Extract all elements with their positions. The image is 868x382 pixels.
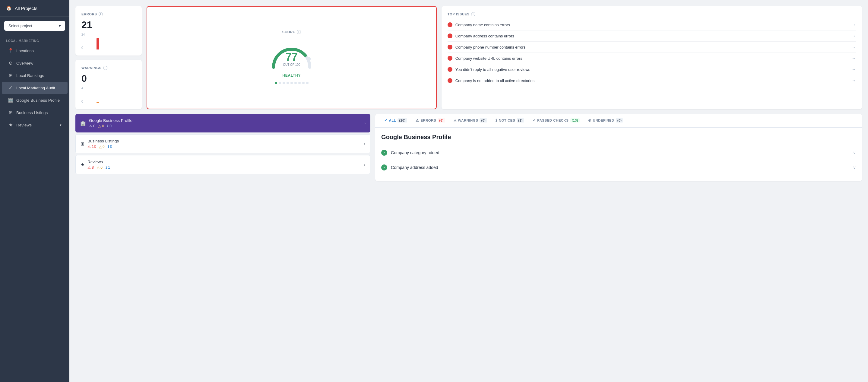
tab-count-warnings: (0) <box>479 118 487 122</box>
sidebar-item-business-listings[interactable]: ⊞ Business Listings <box>2 107 67 119</box>
score-dot-8[interactable] <box>306 82 309 84</box>
warnings-count: 0 <box>82 73 136 84</box>
audit-errors-badge: ⚠ 13 <box>88 145 96 149</box>
issue-arrow-icon: → <box>852 78 856 83</box>
sidebar-item-overview[interactable]: ⊙ Overview <box>2 57 67 69</box>
issue-text: Company website URL contains errors <box>456 56 522 61</box>
bottom-row: 🏢 Google Business Profile ⚠ 0 △ 0 ℹ 0 › … <box>75 114 862 181</box>
warnings-card-title: WARNINGS i <box>82 66 136 70</box>
audit-item-icon: 🏢 <box>80 121 86 126</box>
tab-icon-all: ✓ <box>384 118 387 122</box>
check-pass-icon: ✓ <box>381 150 387 156</box>
score-card: SCORE i 77 OUT OF 100 HEALTHY <box>147 6 437 109</box>
house-icon: 🏠 <box>6 5 12 11</box>
detail-tab-passed[interactable]: ✓ PASSED CHECKS (13) <box>528 114 584 127</box>
tab-label-notices: NOTICES <box>499 119 515 122</box>
issue-item-1[interactable]: ! Company address contains errors → <box>447 30 856 42</box>
errors-count: 21 <box>82 19 136 30</box>
issue-item-3[interactable]: ! Company website URL contains errors → <box>447 53 856 64</box>
score-info-icon[interactable]: i <box>297 30 301 34</box>
audit-item-title: Business Listings <box>88 139 361 143</box>
issue-arrow-icon: → <box>852 56 856 61</box>
issue-error-icon: ! <box>447 45 453 50</box>
detail-tab-errors[interactable]: ⚠ ERRORS (6) <box>411 114 450 127</box>
audit-item-reviews[interactable]: ★ Reviews ⚠ 8 △ 0 ℹ 1 › <box>75 155 370 174</box>
tab-icon-errors: ⚠ <box>415 118 419 122</box>
reviews-nav-icon: ★ <box>8 122 13 128</box>
audit-item-arrow-icon: › <box>364 142 365 146</box>
sidebar-item-locations[interactable]: 📍 Locations <box>2 45 67 57</box>
project-selector[interactable]: Select project ▾ <box>4 21 65 31</box>
check-chevron-icon: ∨ <box>853 165 856 170</box>
overview-nav-icon: ⊙ <box>8 60 13 66</box>
detail-tab-undefined[interactable]: ⊘ UNDEFINED (0) <box>584 114 628 127</box>
local-rankings-nav-icon: ⊞ <box>8 73 13 78</box>
main-content: ERRORS i 21 24 0 WARNINGS i 0 4 0 SCORE <box>69 0 868 382</box>
score-dot-7[interactable] <box>302 82 305 84</box>
issue-error-icon: ! <box>447 56 453 61</box>
issues-list: ! Company name contains errors → ! Compa… <box>447 19 856 86</box>
top-issues-title: TOP ISSUES i <box>447 12 856 16</box>
sidebar-item-local-marketing-audit[interactable]: ✓ Local Marketing Audit <box>2 82 67 94</box>
check-label: Company address added <box>391 165 438 170</box>
issue-text: Company phone number contains errors <box>456 45 526 50</box>
warnings-chart-bars <box>88 87 136 103</box>
detail-tab-all[interactable]: ✓ ALL (20) <box>380 114 411 127</box>
audit-warnings-badge: △ 0 <box>98 124 104 128</box>
sidebar-item-google-business-profile[interactable]: 🏢 Google Business Profile <box>2 94 67 106</box>
check-chevron-icon: ∨ <box>853 150 856 155</box>
warnings-chart-top: 4 <box>82 87 83 90</box>
issue-error-icon: ! <box>447 22 453 27</box>
score-dot-6[interactable] <box>298 82 301 84</box>
warnings-info-icon[interactable]: i <box>103 66 107 70</box>
errors-warnings-column: ERRORS i 21 24 0 WARNINGS i 0 4 0 <box>75 6 142 109</box>
issue-item-0[interactable]: ! Company name contains errors → <box>447 19 856 30</box>
score-number: 77 <box>286 52 298 62</box>
check-pass-icon: ✓ <box>381 165 387 171</box>
google-business-profile-nav-icon: 🏢 <box>8 97 13 103</box>
score-dot-1[interactable] <box>279 82 281 84</box>
warnings-bar <box>96 102 99 103</box>
sidebar-item-reviews[interactable]: ★ Reviews ▾ <box>2 119 67 131</box>
audit-item-icon: ★ <box>81 162 85 168</box>
tab-label-passed: PASSED CHECKS <box>537 119 568 122</box>
issue-arrow-icon: → <box>852 22 856 27</box>
score-dot-5[interactable] <box>294 82 297 84</box>
sidebar-item-label: Local Marketing Audit <box>16 86 55 90</box>
detail-tab-warnings[interactable]: △ WARNINGS (0) <box>450 114 491 127</box>
errors-chart-bottom: 0 <box>82 46 83 50</box>
tab-icon-warnings: △ <box>454 118 456 122</box>
detail-tabs: ✓ ALL (20) ⚠ ERRORS (6) △ WARNINGS (0) ℹ… <box>375 114 862 128</box>
audit-badges: ⚠ 13 △ 0 ℹ 0 <box>88 145 361 149</box>
audit-item-business-listings[interactable]: ⊞ Business Listings ⚠ 13 △ 0 ℹ 0 › <box>75 134 370 153</box>
score-dot-4[interactable] <box>290 82 293 84</box>
detail-tab-notices[interactable]: ℹ NOTICES (1) <box>491 114 528 127</box>
score-dot-3[interactable] <box>286 82 289 84</box>
local-marketing-audit-nav-icon: ✓ <box>8 85 13 90</box>
detail-section-title: Google Business Profile <box>381 134 856 141</box>
issue-arrow-icon: → <box>852 33 856 38</box>
all-projects-link[interactable]: 🏠 All Projects <box>0 0 69 17</box>
audit-badges: ⚠ 0 △ 0 ℹ 0 <box>89 124 361 128</box>
score-dot-0[interactable] <box>275 82 277 84</box>
audit-warnings-badge: △ 0 <box>99 145 105 149</box>
sidebar-item-local-rankings[interactable]: ⊞ Local Rankings <box>2 69 67 82</box>
issue-error-icon: ! <box>447 33 453 38</box>
check-item-category[interactable]: ✓ Company category added ∨ <box>381 145 856 160</box>
tab-label-undefined: UNDEFINED <box>593 119 614 122</box>
top-issues-info-icon[interactable]: i <box>471 12 475 16</box>
tab-icon-notices: ℹ <box>496 118 497 122</box>
audit-item-google-business-profile[interactable]: 🏢 Google Business Profile ⚠ 0 △ 0 ℹ 0 › <box>75 114 370 133</box>
tab-count-all: (20) <box>398 118 407 122</box>
sidebar-item-label: Local Rankings <box>16 73 44 78</box>
check-item-address[interactable]: ✓ Company address added ∨ <box>381 160 856 175</box>
audit-notices-badge: ℹ 0 <box>107 124 112 128</box>
issue-item-4[interactable]: ! You didn't reply to all negative user … <box>447 64 856 75</box>
issue-item-5[interactable]: ! Company is not added to all active dir… <box>447 75 856 86</box>
top-issues-card: TOP ISSUES i ! Company name contains err… <box>441 6 862 109</box>
score-gauge: 77 OUT OF 100 <box>268 40 316 70</box>
score-dot-2[interactable] <box>283 82 285 84</box>
errors-info-icon[interactable]: i <box>99 12 103 16</box>
issue-item-2[interactable]: ! Company phone number contains errors → <box>447 42 856 53</box>
errors-card: ERRORS i 21 24 0 <box>75 6 142 56</box>
